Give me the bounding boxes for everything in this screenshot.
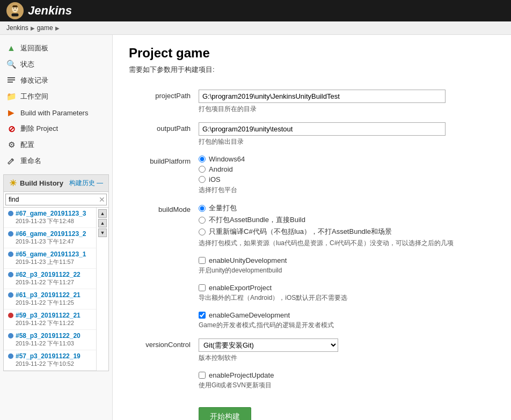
jenkins-icon <box>6 2 24 19</box>
breadcrumb-jenkins[interactable]: Jenkins <box>6 24 28 32</box>
select-version-control[interactable]: Git(需要安装Git) SVN <box>199 338 338 352</box>
input-projectpath[interactable] <box>199 90 446 103</box>
checkbox-enable-unity-dev[interactable]: enableUnityDevelopment <box>199 256 495 264</box>
breadcrumb: Jenkins ▶ game ▶ <box>0 21 511 35</box>
build-item-date: 2019-11-22 下午11:25 <box>16 299 92 307</box>
build-history-icon: ☀ <box>9 178 17 188</box>
label-enable-game-dev <box>129 307 199 334</box>
build-item-id: #58_p3_20191122_20 <box>16 332 81 340</box>
sidebar-item-build[interactable]: ▶ Build with Parameters <box>0 105 112 121</box>
build-item: #62_p3_20191122_22 2019-11-22 下午11:27 <box>4 269 96 289</box>
radio-android[interactable]: Android <box>199 165 495 173</box>
build-list-container: #67_game_20191123_3 2019-11-23 下午12:48 #… <box>4 208 108 371</box>
build-search-input[interactable] <box>5 194 107 205</box>
build-item-link[interactable]: #58_p3_20191122_20 <box>8 332 92 340</box>
sidebar-item-workspace[interactable]: 📁 工作空间 <box>0 89 112 105</box>
svg-point-3 <box>13 8 14 9</box>
sidebar-item-back[interactable]: ▲ 返回面板 <box>0 40 112 56</box>
checkbox-enable-unity-dev-label: enableUnityDevelopment <box>209 256 287 264</box>
radio-ios-label: iOS <box>209 175 221 183</box>
radio-ios-input[interactable] <box>199 176 206 183</box>
checkbox-enable-project-update[interactable]: enableProjectUpdate <box>199 371 495 379</box>
sidebar-item-history[interactable]: 修改记录 <box>0 72 112 89</box>
checkbox-enable-export-label: enableExportProject <box>209 284 272 292</box>
build-list: #67_game_20191123_3 2019-11-23 下午12:48 #… <box>4 208 96 371</box>
build-history-header: ☀ Build History 构建历史 — <box>4 175 108 192</box>
checkbox-enable-export[interactable]: enableExportProject <box>199 284 495 292</box>
build-history-link[interactable]: 构建历史 — <box>69 179 103 188</box>
radio-ios[interactable]: iOS <box>199 175 495 183</box>
build-item-date: 2019-11-22 下午11:27 <box>16 278 92 286</box>
build-search-clear[interactable]: ✕ <box>99 195 105 204</box>
svg-rect-5 <box>12 13 19 17</box>
build-item: #61_p3_20191122_21 2019-11-22 下午11:25 <box>4 289 96 310</box>
build-item-link[interactable]: #67_game_20191123_3 <box>8 210 92 217</box>
build-item-date: 2019-11-23 上午11:57 <box>16 258 92 266</box>
sidebar-item-delete[interactable]: ⊘ 删除 Project <box>0 121 112 137</box>
build-item: #58_p3_20191122_20 2019-11-22 下午11:03 <box>4 330 96 350</box>
sidebar-label-delete: 删除 Project <box>20 124 58 134</box>
radio-nobundle[interactable]: 不打包AssetBundle，直接Build <box>199 215 495 225</box>
status-icon: 🔍 <box>6 60 16 69</box>
sidebar-label-config: 配置 <box>20 140 34 150</box>
checkbox-enable-unity-dev-input[interactable] <box>199 257 206 264</box>
checkbox-enable-game-dev-input[interactable] <box>199 312 206 319</box>
submit-button[interactable]: 开始构建 <box>199 407 251 420</box>
checkbox-enable-export-input[interactable] <box>199 284 206 291</box>
row-version-control: versionControl Git(需要安装Git) SVN 版本控制软件 <box>129 334 495 367</box>
build-item: #65_game_20191123_1 2019-11-23 上午11:57 <box>4 248 96 269</box>
build-dot <box>8 231 13 237</box>
build-icon: ▶ <box>6 108 16 117</box>
scroll-down-btn[interactable]: ▼ <box>98 229 107 237</box>
field-projectpath: 打包项目所在的目录 <box>199 85 495 118</box>
hint-projectpath: 打包项目所在的目录 <box>199 105 495 114</box>
breadcrumb-game[interactable]: game <box>37 24 53 32</box>
radio-windows64-label: Windows64 <box>209 155 245 163</box>
checkbox-enable-project-update-input[interactable] <box>199 372 206 379</box>
radio-nobundle-label: 不打包AssetBundle，直接Build <box>209 215 305 225</box>
hint-enable-unity-dev: 开启unity的developmentbuild <box>199 266 495 275</box>
checkbox-enable-game-dev[interactable]: enableGameDevelopment <box>199 311 495 319</box>
sidebar-item-rename[interactable]: 重命名 <box>0 153 112 169</box>
radio-fullbuild-input[interactable] <box>199 205 206 212</box>
scroll-up-btn[interactable]: ▲ <box>98 209 107 218</box>
build-item: #67_game_20191123_3 2019-11-23 下午12:48 <box>4 208 96 228</box>
build-dot <box>8 333 13 338</box>
radio-fullbuild[interactable]: 全量打包 <box>199 203 495 213</box>
build-item: #57_p3_20191122_19 2019-11-22 下午10:52 <box>4 350 96 371</box>
radio-csharp-only-input[interactable] <box>199 229 206 235</box>
build-item-link[interactable]: #57_p3_20191122_19 <box>8 352 92 360</box>
input-outputpath[interactable] <box>199 122 446 136</box>
svg-rect-8 <box>8 82 13 83</box>
sidebar-item-status[interactable]: 🔍 状态 <box>0 56 112 72</box>
row-enable-project-update: enableProjectUpdate 使用Git或者SVN更新项目 <box>129 367 495 394</box>
build-history-title: ☀ Build History <box>9 178 63 188</box>
breadcrumb-sep1: ▶ <box>31 25 35 31</box>
build-item-link[interactable]: #59_p3_20191122_21 <box>8 312 92 319</box>
label-version-control: versionControl <box>129 334 199 367</box>
build-item: #59_p3_20191122_21 2019-11-22 下午11:22 <box>4 310 96 330</box>
radio-csharp-only[interactable]: 只重新编译C#代码（不包括lua），不打AssetBundle和场景 <box>199 227 495 237</box>
radio-android-label: Android <box>209 165 233 173</box>
app-header: Jenkins <box>0 0 511 21</box>
build-item-link[interactable]: #62_p3_20191122_22 <box>8 271 92 278</box>
row-buildmode: buildMode 全量打包 不打包AssetBundle，直接Build <box>129 199 495 252</box>
page-subtitle: 需要如下参数用于构建项目: <box>129 65 495 75</box>
sidebar-item-config[interactable]: ⚙ 配置 <box>0 137 112 153</box>
build-item-link[interactable]: #66_game_20191123_2 <box>8 230 92 238</box>
radio-windows64[interactable]: Windows64 <box>199 155 495 163</box>
row-buildplatform: buildPlatform Windows64 Android <box>129 151 495 199</box>
svg-point-4 <box>16 8 17 9</box>
build-dot <box>8 353 13 359</box>
buildplatform-radio-group: Windows64 Android iOS <box>199 155 495 183</box>
page-title: Project game <box>129 46 495 61</box>
radio-windows64-input[interactable] <box>199 156 206 163</box>
build-item-date: 2019-11-22 下午11:22 <box>16 319 92 327</box>
radio-android-input[interactable] <box>199 166 206 173</box>
scroll-top-btn[interactable]: ▲ <box>98 219 107 227</box>
radio-nobundle-input[interactable] <box>199 217 206 224</box>
build-item-link[interactable]: #61_p3_20191122_21 <box>8 291 92 299</box>
build-dot <box>8 211 13 216</box>
build-item-link[interactable]: #65_game_20191123_1 <box>8 250 92 258</box>
radio-fullbuild-label: 全量打包 <box>209 203 237 213</box>
